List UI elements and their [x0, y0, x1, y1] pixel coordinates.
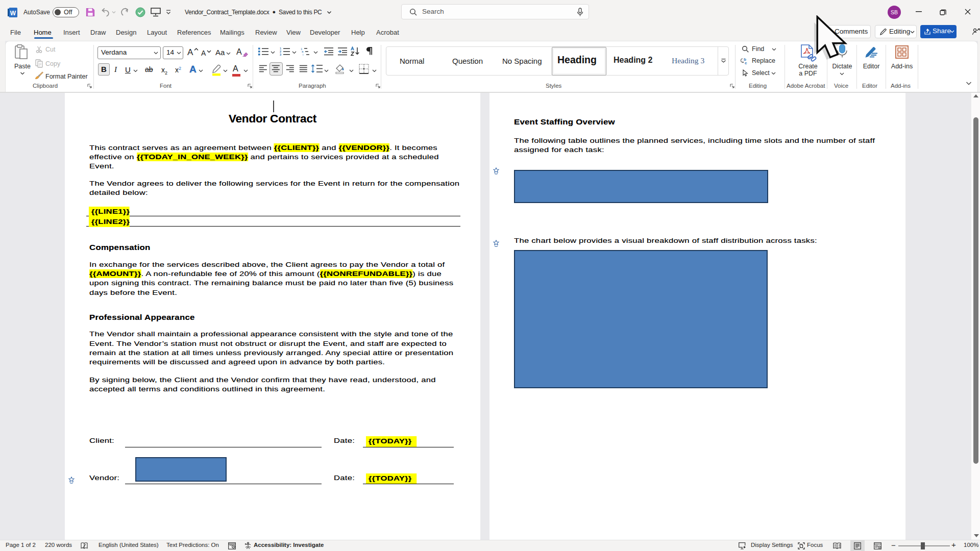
svg-text:3: 3 [280, 53, 281, 56]
svg-text:i: i [303, 53, 303, 56]
svg-text:c: c [745, 61, 747, 65]
